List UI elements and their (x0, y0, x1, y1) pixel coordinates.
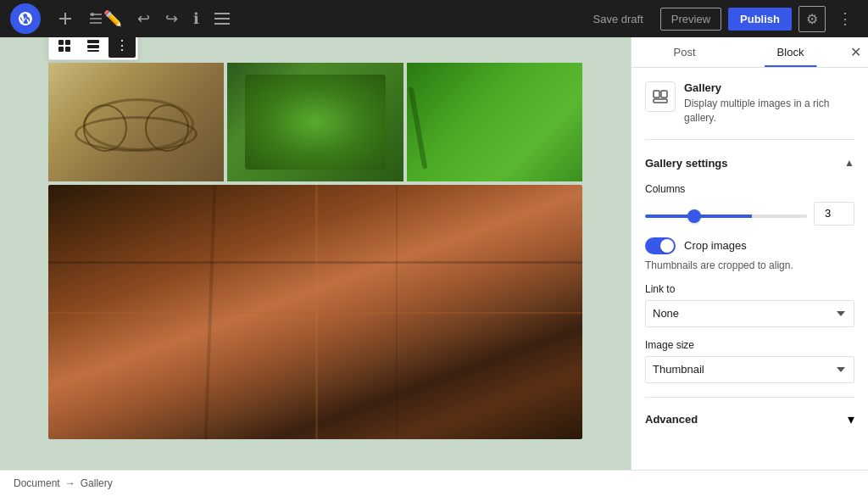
svg-rect-11 (87, 45, 99, 48)
svg-rect-4 (214, 18, 230, 20)
gallery-block-icon (645, 81, 676, 112)
svg-rect-9 (65, 47, 70, 52)
publish-button[interactable]: Publish (728, 8, 792, 31)
preview-button[interactable]: Preview (660, 8, 721, 31)
toolbar-right: Save draft Preview Publish ⚙ ⋮ (583, 4, 858, 33)
columns-label: Columns (645, 183, 854, 195)
image-size-select[interactable]: Thumbnail Medium Large Full Size (645, 356, 854, 383)
svg-rect-1 (59, 18, 71, 20)
add-block-button[interactable] (53, 6, 78, 31)
gallery-image-2[interactable] (227, 63, 403, 181)
toolbar: ✏️ ↩ ↪ ℹ Save draft Preview Publish ⚙ ⋮ (0, 0, 868, 37)
sidebar-tabs: Post Block ✕ (632, 37, 868, 68)
block-toolbar: ⋮ (48, 37, 138, 60)
svg-rect-10 (87, 40, 99, 43)
link-to-select[interactable]: None Media File Attachment Page (645, 300, 854, 327)
main-area: ⋮ (0, 37, 868, 470)
gallery-image-1[interactable] (48, 63, 224, 181)
block-info: Gallery Display multiple images in a ric… (645, 81, 854, 140)
crop-images-label: Crop images (684, 239, 747, 252)
link-to-label: Link to (645, 283, 854, 295)
sidebar: Post Block ✕ Gallery Display multiple im… (631, 37, 868, 470)
gallery-settings-title: Gallery settings (645, 157, 728, 170)
image-size-label: Image size (645, 339, 854, 351)
gallery-more-button[interactable]: ⋮ (108, 37, 136, 58)
crop-images-description: Thumbnails are cropped to align. (645, 259, 854, 271)
tab-block[interactable]: Block (737, 37, 843, 67)
gallery-image-4[interactable] (48, 185, 582, 439)
info-button[interactable]: ℹ (188, 4, 204, 33)
svg-rect-13 (654, 91, 659, 98)
advanced-section: Advanced ▾ (645, 397, 854, 431)
block-description: Display multiple images in a rich galler… (684, 97, 854, 125)
gallery-settings-section: Gallery settings ▲ Columns Crop images T… (645, 153, 854, 383)
save-draft-button[interactable]: Save draft (583, 8, 654, 31)
svg-point-2 (91, 13, 94, 16)
advanced-title: Advanced (645, 413, 698, 426)
svg-rect-15 (654, 99, 667, 103)
breadcrumb-document[interactable]: Document (14, 477, 60, 489)
tools-button[interactable]: ✏️ (83, 4, 127, 33)
sidebar-close-button[interactable]: ✕ (843, 37, 868, 67)
columns-number-input[interactable] (814, 202, 854, 226)
gallery-align-grid-button[interactable] (51, 37, 78, 58)
breadcrumb: Document → Gallery (0, 470, 868, 496)
list-view-button[interactable] (209, 8, 235, 30)
sidebar-content: Gallery Display multiple images in a ric… (632, 68, 868, 470)
columns-row (645, 202, 854, 226)
gallery-image-3[interactable] (407, 63, 582, 181)
gallery-grid-top (48, 63, 582, 181)
block-title: Gallery (684, 81, 854, 94)
svg-rect-6 (58, 40, 64, 45)
block-info-text: Gallery Display multiple images in a ric… (684, 81, 854, 125)
advanced-chevron-icon: ▾ (848, 411, 854, 427)
svg-rect-8 (58, 47, 64, 52)
columns-slider-container (645, 206, 807, 221)
breadcrumb-gallery: Gallery (81, 477, 113, 489)
tab-post[interactable]: Post (632, 37, 737, 67)
gallery-block[interactable]: ⋮ (48, 63, 582, 439)
advanced-header[interactable]: Advanced ▾ (645, 408, 854, 431)
svg-rect-3 (214, 13, 230, 14)
breadcrumb-separator: → (65, 477, 75, 489)
gallery-settings-chevron-icon: ▲ (844, 157, 854, 169)
svg-rect-5 (214, 23, 230, 25)
gallery-settings-header[interactable]: Gallery settings ▲ (645, 153, 854, 173)
editor-area: ⋮ (0, 37, 631, 470)
toolbar-left: ✏️ ↩ ↪ ℹ (10, 3, 583, 34)
settings-button[interactable]: ⚙ (798, 6, 826, 32)
crop-images-row: Crop images (645, 237, 854, 254)
undo-button[interactable]: ↩ (132, 4, 155, 33)
redo-button[interactable]: ↪ (160, 4, 183, 33)
more-options-button[interactable]: ⋮ (832, 4, 858, 33)
columns-slider[interactable] (645, 215, 807, 218)
crop-images-toggle[interactable] (645, 237, 676, 254)
image-size-container: Image size Thumbnail Medium Large Full S… (645, 339, 854, 383)
svg-rect-7 (65, 40, 70, 45)
link-to-container: Link to None Media File Attachment Page (645, 283, 854, 327)
svg-rect-12 (87, 50, 99, 52)
svg-rect-14 (661, 91, 667, 98)
gallery-align-stack-button[interactable] (80, 37, 107, 58)
wp-logo[interactable] (10, 3, 41, 34)
